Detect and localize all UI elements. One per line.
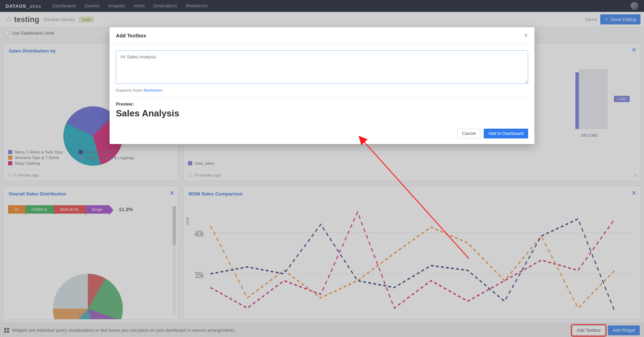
modal-title: Add Textbox (116, 33, 146, 38)
helper-prefix: Supports basic (116, 88, 144, 92)
preview-heading: Sales Analysis (116, 108, 528, 119)
add-to-dashboard-button[interactable]: Add to Dashboard (484, 129, 528, 138)
helper-suffix: . (162, 88, 163, 92)
add-textbox-modal: Add Textbox ✕ Supports basic Markdown. P… (110, 27, 534, 144)
textbox-input[interactable] (116, 50, 528, 84)
markdown-link[interactable]: Markdown (144, 88, 162, 92)
close-icon[interactable]: ✕ (524, 32, 528, 39)
preview-label: Preview: (116, 102, 528, 107)
cancel-button[interactable]: Cancel (457, 129, 480, 138)
markdown-helper: Supports basic Markdown. (116, 88, 528, 92)
